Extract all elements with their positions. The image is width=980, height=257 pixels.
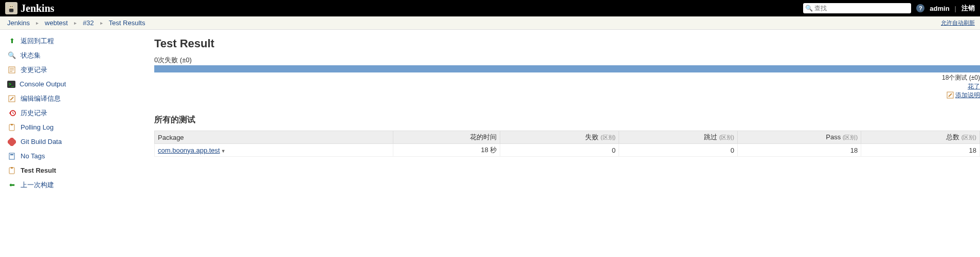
cell-skip: 0 — [619, 144, 738, 157]
took-link[interactable]: 花了 — [968, 83, 980, 90]
sidebar-item-status[interactable]: 🔍 状态集 — [0, 48, 154, 63]
summary-right: 18个测试 (±0) 花了 添加说明 — [154, 74, 980, 99]
svg-rect-12 — [8, 138, 16, 146]
user-link[interactable]: admin — [930, 5, 949, 12]
sidebar-item-label: 变更记录 — [21, 65, 47, 75]
search-box[interactable]: 🔍 — [803, 3, 911, 13]
sidebar-item-label: Test Result — [21, 166, 56, 176]
chevron-right-icon: ▸ — [32, 20, 43, 26]
magnifier-icon: 🔍 — [7, 51, 16, 60]
col-skip[interactable]: 跳过 (区别) — [619, 131, 738, 144]
svg-rect-11 — [11, 124, 13, 125]
brand-text: Jenkins — [21, 3, 55, 14]
jenkins-logo[interactable]: Jenkins — [5, 2, 55, 14]
search-input[interactable] — [814, 5, 909, 12]
breadcrumb: Jenkins ▸ webtest ▸ #32 ▸ Test Results 允… — [0, 16, 980, 30]
history-icon — [7, 108, 16, 118]
sidebar-item-polling[interactable]: Polling Log — [0, 120, 154, 135]
header-right: 🔍 ? admin | 注销 — [803, 3, 975, 13]
sidebar-item-git[interactable]: Git Build Data — [0, 135, 154, 149]
crumb-jenkins[interactable]: Jenkins — [5, 19, 32, 27]
svg-rect-14 — [10, 154, 13, 155]
dropdown-icon[interactable]: ▼ — [221, 149, 226, 154]
top-header: Jenkins 🔍 ? admin | 注销 — [0, 0, 980, 16]
all-tests-heading: 所有的测试 — [154, 115, 980, 125]
crumb-project[interactable]: webtest — [43, 19, 70, 27]
help-icon[interactable]: ? — [916, 4, 924, 12]
sidebar-item-label: No Tags — [21, 151, 45, 161]
main-content: Test Result 0次失败 (±0) 18个测试 (±0) 花了 添加说明… — [154, 30, 980, 196]
svg-point-3 — [12, 6, 13, 7]
clipboard-icon — [7, 123, 16, 132]
sidebar-item-label: 历史记录 — [21, 108, 47, 118]
tests-count: 18个测试 (±0) — [154, 74, 980, 82]
sidebar-item-notags[interactable]: No Tags — [0, 149, 154, 163]
crumb-build[interactable]: #32 — [81, 19, 96, 27]
cell-pass: 18 — [738, 144, 861, 157]
crumb-test-results[interactable]: Test Results — [107, 19, 148, 27]
svg-rect-13 — [9, 153, 14, 159]
page-title: Test Result — [154, 37, 980, 50]
sidebar-item-changes[interactable]: 变更记录 — [0, 63, 154, 77]
col-package[interactable]: Package — [155, 131, 393, 144]
sidebar-item-label: 编辑编译信息 — [21, 94, 61, 104]
table-row: com.boonya.app.test▼ 18 秒 0 0 18 18 — [155, 144, 980, 157]
auto-refresh-link[interactable]: 允许自动刷新 — [941, 19, 975, 27]
svg-rect-16 — [11, 167, 13, 169]
sidebar-item-history[interactable]: 历史记录 — [0, 106, 154, 120]
tests-table: Package 花的时间 失败 (区别) 跳过 (区别) Pass (区别) 总… — [154, 131, 980, 157]
separator: | — [955, 5, 956, 12]
svg-point-0 — [9, 5, 13, 9]
package-link[interactable]: com.boonya.app.test — [158, 146, 220, 154]
chevron-right-icon: ▸ — [96, 20, 107, 26]
sidebar-item-test-result[interactable]: Test Result — [0, 163, 154, 178]
sidebar-item-edit-build[interactable]: 编辑编译信息 — [0, 91, 154, 106]
sidebar-item-label: 上一次构建 — [21, 180, 54, 190]
cell-total: 18 — [861, 144, 980, 157]
test-progress-bar — [154, 65, 980, 72]
sidebar-item-previous[interactable]: ⬅ 上一次构建 — [0, 178, 154, 192]
document-icon — [7, 65, 16, 75]
arrow-left-icon: ⬅ — [7, 180, 16, 190]
tag-icon — [7, 152, 16, 161]
git-icon — [7, 137, 16, 146]
pencil-icon — [947, 91, 954, 99]
col-fail[interactable]: 失败 (区别) — [500, 131, 619, 144]
terminal-icon: >_ — [7, 81, 15, 88]
chevron-right-icon: ▸ — [70, 20, 81, 26]
sidebar-item-label: Console Output — [20, 79, 66, 89]
sidebar-item-label: 状态集 — [21, 50, 41, 61]
arrow-up-icon: ⬆ — [7, 36, 16, 46]
svg-rect-1 — [9, 9, 13, 12]
svg-point-2 — [10, 6, 11, 7]
main-layout: ⬆ 返回到工程 🔍 状态集 变更记录 >_ Console Output 编辑编… — [0, 30, 980, 196]
logout-link[interactable]: 注销 — [961, 4, 975, 13]
sidebar: ⬆ 返回到工程 🔍 状态集 变更记录 >_ Console Output 编辑编… — [0, 30, 154, 196]
clipboard-icon — [7, 166, 16, 175]
sidebar-item-back[interactable]: ⬆ 返回到工程 — [0, 34, 154, 48]
search-icon: 🔍 — [805, 5, 813, 12]
sidebar-item-label: Polling Log — [21, 122, 53, 133]
sidebar-item-label: 返回到工程 — [21, 36, 54, 46]
sidebar-item-label: Git Build Data — [21, 137, 62, 147]
add-description-link[interactable]: 添加说明 — [955, 91, 980, 99]
jenkins-logo-icon — [5, 2, 17, 14]
fail-summary: 0次失败 (±0) — [154, 56, 980, 65]
col-pass[interactable]: Pass (区别) — [738, 131, 861, 144]
col-duration[interactable]: 花的时间 — [393, 131, 500, 144]
sidebar-item-console[interactable]: >_ Console Output — [0, 77, 154, 91]
cell-duration: 18 秒 — [393, 144, 500, 157]
col-total[interactable]: 总数 (区别) — [861, 131, 980, 144]
edit-icon — [7, 94, 16, 103]
cell-fail: 0 — [500, 144, 619, 157]
